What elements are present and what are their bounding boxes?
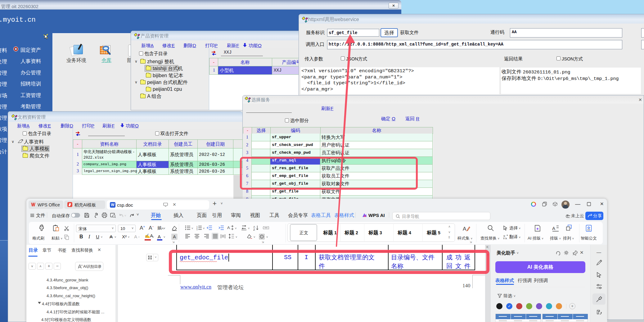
svg-text:A: A (227, 225, 230, 230)
svg-text:A: A (552, 226, 555, 231)
svg-text:A: A (505, 237, 507, 240)
svg-text:A: A (463, 226, 466, 232)
svg-text:3: 3 (196, 229, 198, 230)
svg-text:Z: Z (253, 228, 255, 231)
